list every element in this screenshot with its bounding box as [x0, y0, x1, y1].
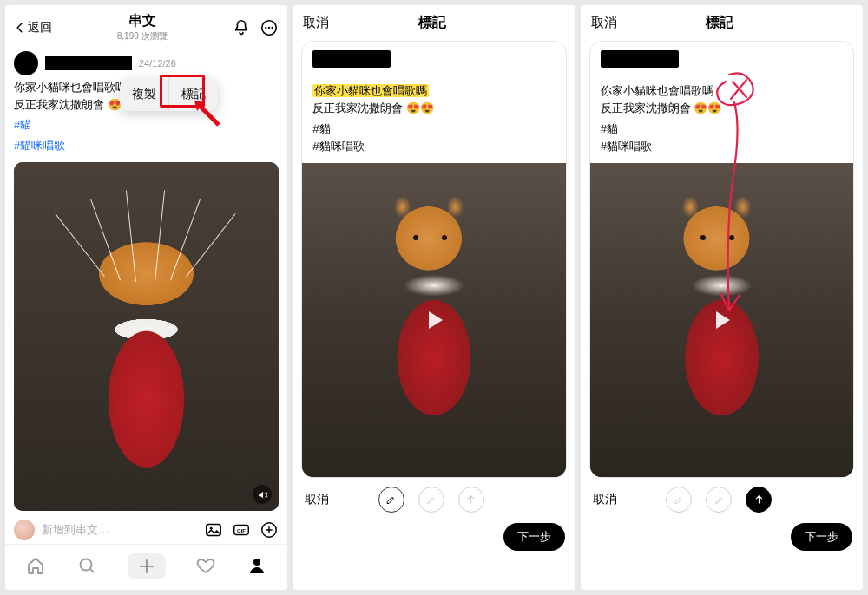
screen-3-markup-arrow: 取消 標記 你家小貓咪也會唱歌嗎 反正我家沈撒朗會 😍😍 #貓 #貓咪唱歌 [581, 5, 863, 590]
post-line-2: 反正我家沈撒朗會 😍😍 [601, 100, 843, 117]
more-button[interactable] [260, 18, 279, 37]
header-title: 標記 [617, 14, 823, 32]
pen-tool[interactable] [706, 487, 732, 513]
arrow-tool-active[interactable] [746, 487, 772, 513]
play-icon [706, 304, 737, 336]
search-icon [76, 555, 97, 576]
post-line-2: 反正我家沈撒朗會 😍😍 [312, 100, 555, 117]
header-actions [232, 18, 279, 37]
more-icon [260, 18, 279, 37]
header: 返回 串文 8,199 次瀏覽 [5, 5, 287, 46]
tab-bar [5, 544, 287, 590]
hashtag-2: #貓咪唱歌 [601, 138, 843, 155]
play-icon [418, 304, 450, 336]
person-icon [247, 555, 267, 576]
svg-point-2 [268, 26, 270, 28]
highlighter-tool[interactable] [666, 487, 692, 513]
svg-point-9 [80, 559, 91, 570]
svg-rect-4 [207, 525, 221, 536]
header: 取消 標記 [581, 5, 863, 39]
back-label: 返回 [28, 20, 52, 36]
highlighter-tool[interactable] [378, 487, 404, 513]
next-button[interactable]: 下一步 [791, 523, 852, 551]
tab-activity[interactable] [195, 555, 216, 579]
hashtag-1[interactable]: #貓 [14, 116, 279, 134]
add-button[interactable] [260, 520, 279, 539]
author-subtext [312, 69, 555, 79]
header-title: 標記 [329, 14, 535, 32]
highlighter-icon [385, 493, 398, 506]
post-media[interactable] [590, 163, 853, 477]
play-overlay[interactable] [418, 304, 450, 336]
gif-button[interactable]: GIF [232, 520, 251, 539]
mute-icon [257, 489, 268, 500]
post-media[interactable] [302, 163, 565, 477]
pen-tool[interactable] [418, 487, 444, 513]
attach-image-button[interactable] [204, 520, 223, 539]
hashtag-2[interactable]: #貓咪唱歌 [14, 137, 279, 154]
post-card: 你家小貓咪也會唱歌嗎 反正我家沈撒朗會 😍😍 #貓 #貓咪唱歌 [301, 41, 566, 478]
toolbar-cancel[interactable]: 取消 [593, 492, 617, 507]
markup-toolbar: 取消 [293, 478, 575, 518]
svg-text:GIF: GIF [237, 528, 246, 533]
post-media[interactable] [14, 162, 279, 511]
toolbar-cancel[interactable]: 取消 [305, 492, 329, 507]
tab-compose[interactable] [128, 553, 166, 579]
header-title: 串文 [52, 12, 232, 30]
hashtag-2: #貓咪唱歌 [312, 138, 555, 155]
header-views: 8,199 次瀏覽 [52, 30, 232, 42]
svg-point-10 [253, 559, 260, 566]
tab-search[interactable] [76, 555, 97, 579]
heart-eyes-emoji: 😍 [707, 101, 721, 114]
image-icon [204, 520, 223, 539]
header-title-wrap: 串文 8,199 次瀏覽 [52, 12, 232, 42]
post-card: 你家小貓咪也會唱歌嗎 反正我家沈撒朗會 😍😍 #貓 #貓咪唱歌 [589, 41, 854, 478]
svg-point-1 [265, 26, 266, 28]
heart-eyes-emoji: 😍 [694, 101, 707, 114]
arrow-tool[interactable] [458, 487, 484, 513]
pen-icon [713, 493, 726, 506]
cancel-button[interactable]: 取消 [591, 15, 617, 31]
post-date: 24/12/26 [139, 58, 176, 69]
svg-point-3 [272, 26, 273, 28]
bell-icon [232, 18, 251, 37]
arrow-up-icon [464, 493, 477, 506]
chevron-left-icon [14, 22, 26, 34]
next-button[interactable]: 下一步 [503, 523, 565, 551]
highlighted-text: 你家小貓咪也會唱歌嗎 [312, 84, 429, 97]
pen-icon [424, 493, 437, 506]
arrow-up-icon [753, 493, 766, 506]
post-content[interactable]: 你家小貓咪也會唱歌嗎 反正我家沈撒朗會 😍😍 #貓 #貓咪唱歌 [590, 81, 853, 161]
home-icon [25, 555, 46, 576]
tab-profile[interactable] [247, 555, 267, 579]
plus-icon [136, 556, 157, 577]
author-subtext [601, 69, 843, 79]
play-overlay[interactable] [706, 304, 737, 336]
tab-home[interactable] [25, 555, 46, 579]
author-name-redacted[interactable] [45, 56, 132, 70]
annotation-arrow [193, 99, 224, 130]
highlighter-icon [673, 493, 686, 506]
author-name-redacted [601, 50, 679, 68]
heart-eyes-emoji: 😍 [420, 101, 434, 114]
hashtag-1: #貓 [312, 121, 555, 138]
back-button[interactable]: 返回 [14, 20, 52, 36]
author-avatar[interactable] [14, 51, 38, 75]
hashtag-1: #貓 [601, 121, 843, 138]
screen-1-post: 返回 串文 8,199 次瀏覽 24/12/26 你家小貓咪也會唱歌嗎 反正我家… [5, 5, 287, 590]
cancel-button[interactable]: 取消 [303, 15, 329, 31]
notifications-button[interactable] [232, 18, 251, 37]
markup-toolbar: 取消 [581, 478, 863, 518]
screen-2-markup-highlight: 取消 標記 你家小貓咪也會唱歌嗎 反正我家沈撒朗會 😍😍 #貓 #貓咪唱歌 取消 [293, 5, 575, 590]
my-avatar[interactable] [14, 520, 35, 540]
reply-row: 新增到串文… GIF [5, 514, 287, 544]
post-content[interactable]: 你家小貓咪也會唱歌嗎 反正我家沈撒朗會 😍😍 #貓 #貓咪唱歌 [302, 81, 565, 161]
heart-icon [195, 555, 216, 576]
header: 取消 標記 [293, 5, 575, 39]
post-header: 24/12/26 [5, 46, 287, 75]
plus-circle-icon [260, 520, 279, 539]
reply-input[interactable]: 新增到串文… [42, 522, 197, 538]
gif-icon: GIF [232, 520, 251, 539]
author-name-redacted [312, 50, 391, 68]
post-line-1: 你家小貓咪也會唱歌嗎 [601, 82, 843, 100]
